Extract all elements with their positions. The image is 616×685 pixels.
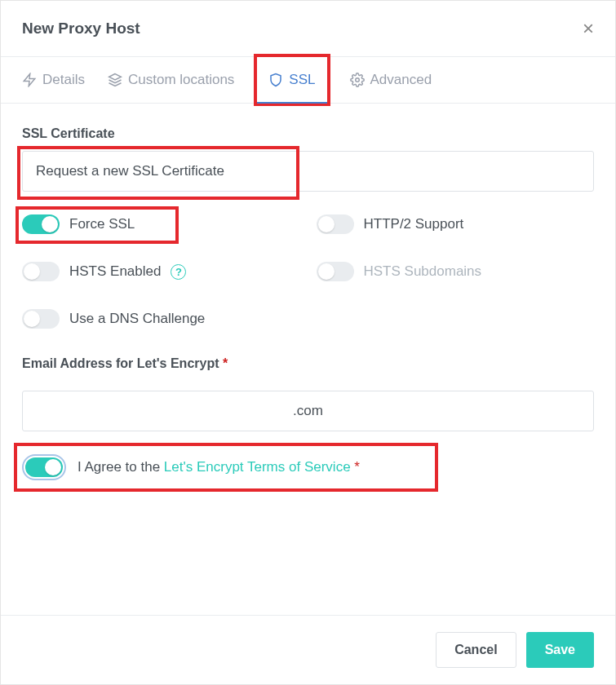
- svg-marker-1: [109, 74, 121, 81]
- agree-text: I Agree to the Let's Encrypt Terms of Se…: [78, 459, 360, 475]
- new-proxy-host-modal: New Proxy Host × Details Custom location…: [0, 0, 616, 685]
- tab-details[interactable]: Details: [22, 57, 85, 103]
- tab-label: SSL: [289, 72, 315, 88]
- tab-advanced[interactable]: Advanced: [350, 57, 432, 103]
- hsts-sub-label: HSTS Subdomains: [364, 263, 482, 280]
- tab-ssl[interactable]: SSL: [254, 54, 330, 106]
- lightning-icon: [22, 73, 37, 87]
- http2-row: HTTP/2 Support: [317, 214, 595, 234]
- dns-toggle[interactable]: [22, 309, 60, 329]
- tos-link[interactable]: Let's Encrypt Terms of Service: [164, 459, 351, 475]
- hsts-toggle[interactable]: [22, 262, 60, 281]
- email-label: Email Address for Let's Encrypt *: [22, 356, 594, 371]
- http2-toggle[interactable]: [317, 214, 354, 234]
- modal-header: New Proxy Host ×: [1, 1, 615, 56]
- force-ssl-toggle[interactable]: [22, 214, 60, 234]
- modal-footer: Cancel Save: [1, 615, 615, 684]
- ssl-cert-label: SSL Certificate: [22, 126, 594, 141]
- tab-custom-locations[interactable]: Custom locations: [108, 57, 234, 103]
- agree-toggle-wrap: [22, 454, 66, 480]
- hsts-sub-toggle: [317, 262, 354, 281]
- layers-icon: [108, 73, 122, 87]
- tab-label: Details: [42, 72, 85, 88]
- cancel-button[interactable]: Cancel: [436, 632, 516, 668]
- required-asterisk: *: [223, 356, 228, 370]
- dns-label: Use a DNS Challenge: [69, 311, 205, 327]
- toggle-grid: Force SSL HTTP/2 Support HSTS Enabled ? …: [22, 214, 594, 329]
- required-asterisk: *: [354, 459, 360, 475]
- svg-point-2: [355, 78, 359, 82]
- hsts-sub-row: HSTS Subdomains: [317, 262, 595, 281]
- http2-label: HTTP/2 Support: [364, 216, 464, 232]
- ssl-cert-select[interactable]: Request a new SSL Certificate: [22, 151, 594, 192]
- tabs: Details Custom locations SSL Advanced: [1, 56, 615, 104]
- save-button[interactable]: Save: [526, 632, 594, 668]
- hsts-label: HSTS Enabled: [69, 263, 161, 280]
- gear-icon: [350, 73, 365, 87]
- hsts-row: HSTS Enabled ?: [22, 262, 300, 281]
- close-button[interactable]: ×: [583, 19, 594, 38]
- agree-toggle[interactable]: [25, 457, 63, 477]
- force-ssl-label: Force SSL: [69, 216, 135, 232]
- agree-row: I Agree to the Let's Encrypt Terms of Se…: [22, 454, 594, 480]
- force-ssl-row: Force SSL: [22, 214, 300, 234]
- modal-title: New Proxy Host: [22, 20, 140, 38]
- svg-marker-0: [24, 74, 35, 86]
- email-input[interactable]: [22, 391, 594, 431]
- shield-icon: [268, 73, 283, 87]
- dns-row: Use a DNS Challenge: [22, 309, 300, 329]
- help-icon[interactable]: ?: [171, 264, 186, 280]
- tab-label: Advanced: [370, 72, 432, 88]
- tab-label: Custom locations: [128, 72, 234, 88]
- modal-body: SSL Certificate Request a new SSL Certif…: [1, 104, 615, 615]
